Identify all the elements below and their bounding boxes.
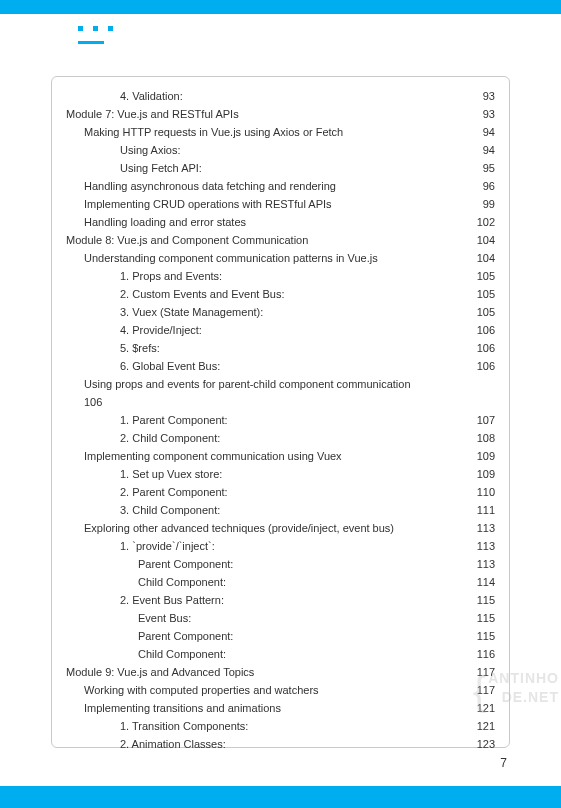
toc-page: 102 — [465, 217, 495, 228]
watermark: { ANTINHO DE.NET — [488, 669, 559, 708]
toc-row[interactable]: Handling asynchronous data fetching and … — [66, 177, 495, 195]
dot-icon — [108, 26, 113, 31]
toc-page: 93 — [465, 91, 495, 102]
toc-label: 106 — [66, 397, 465, 408]
toc-page: 105 — [465, 271, 495, 282]
toc-label: Handling loading and error states — [66, 217, 465, 228]
toc-label: Handling asynchronous data fetching and … — [66, 181, 465, 192]
top-accent-bar — [0, 0, 561, 14]
toc-label: 4. Provide/Inject: — [66, 325, 465, 336]
toc-page: 96 — [465, 181, 495, 192]
toc-page: 113 — [465, 559, 495, 570]
toc-row[interactable]: Implementing component communication usi… — [66, 447, 495, 465]
brace-icon: { — [473, 663, 487, 719]
dot-icon — [78, 26, 83, 31]
toc-label: Event Bus: — [66, 613, 465, 624]
toc-label: 5. $refs: — [66, 343, 465, 354]
toc-row[interactable]: 4. Provide/Inject:106 — [66, 321, 495, 339]
header-underline — [78, 41, 104, 44]
toc-label: 6. Global Event Bus: — [66, 361, 465, 372]
toc-row[interactable]: 3. Child Component:111 — [66, 501, 495, 519]
toc-row[interactable]: Making HTTP requests in Vue.js using Axi… — [66, 123, 495, 141]
toc-row[interactable]: 2. Animation Classes:123 — [66, 735, 495, 753]
toc-page: 95 — [465, 163, 495, 174]
header-dots — [78, 26, 561, 31]
toc-row[interactable]: Understanding component communication pa… — [66, 249, 495, 267]
toc-row[interactable]: Parent Component:115 — [66, 627, 495, 645]
toc-row[interactable]: Exploring other advanced techniques (pro… — [66, 519, 495, 537]
toc-page: 108 — [465, 433, 495, 444]
toc-page: 114 — [465, 577, 495, 588]
toc-row[interactable]: Implementing transitions and animations1… — [66, 699, 495, 717]
toc-page: 105 — [465, 289, 495, 300]
toc-label: Implementing CRUD operations with RESTfu… — [66, 199, 465, 210]
bottom-accent-bar — [0, 786, 561, 808]
toc-row[interactable]: 106 — [66, 393, 495, 411]
toc-label: Implementing component communication usi… — [66, 451, 465, 462]
toc-page: 111 — [465, 505, 495, 516]
toc-row[interactable]: Module 8: Vue.js and Component Communica… — [66, 231, 495, 249]
toc-row[interactable]: 6. Global Event Bus:106 — [66, 357, 495, 375]
toc-row[interactable]: Event Bus:115 — [66, 609, 495, 627]
toc-row[interactable]: Module 7: Vue.js and RESTful APIs93 — [66, 105, 495, 123]
toc-label: 2. Event Bus Pattern: — [66, 595, 465, 606]
toc-row[interactable]: 4. Validation:93 — [66, 87, 495, 105]
toc-row[interactable]: Using Fetch API:95 — [66, 159, 495, 177]
toc-page: 93 — [465, 109, 495, 120]
toc-label: Module 9: Vue.js and Advanced Topics — [66, 667, 465, 678]
toc-label: Exploring other advanced techniques (pro… — [66, 523, 465, 534]
toc-row[interactable]: 1. Set up Vuex store:109 — [66, 465, 495, 483]
toc-page: 104 — [465, 253, 495, 264]
toc-row[interactable]: 2. Child Component:108 — [66, 429, 495, 447]
toc-page: 116 — [465, 649, 495, 660]
toc-page: 115 — [465, 613, 495, 624]
toc-row[interactable]: Working with computed properties and wat… — [66, 681, 495, 699]
toc-label: 2. Parent Component: — [66, 487, 465, 498]
toc-row[interactable]: 3. Vuex (State Management):105 — [66, 303, 495, 321]
toc-page: 106 — [465, 325, 495, 336]
toc-row[interactable]: 2. Parent Component:110 — [66, 483, 495, 501]
watermark-line2: DE.NET — [488, 688, 559, 708]
toc-label: Implementing transitions and animations — [66, 703, 465, 714]
toc-row[interactable]: Using Axios:94 — [66, 141, 495, 159]
dot-icon — [93, 26, 98, 31]
toc-row[interactable]: 1. Transition Components:121 — [66, 717, 495, 735]
toc-label: 3. Vuex (State Management): — [66, 307, 465, 318]
toc-row[interactable]: Handling loading and error states102 — [66, 213, 495, 231]
toc-label: 2. Child Component: — [66, 433, 465, 444]
toc-label: Using Axios: — [66, 145, 465, 156]
toc-row[interactable]: 1. Props and Events:105 — [66, 267, 495, 285]
toc-page: 109 — [465, 469, 495, 480]
toc-row[interactable]: Child Component:114 — [66, 573, 495, 591]
toc-page: 99 — [465, 199, 495, 210]
toc-label: 4. Validation: — [66, 91, 465, 102]
toc-page: 105 — [465, 307, 495, 318]
toc-row[interactable]: Module 9: Vue.js and Advanced Topics117 — [66, 663, 495, 681]
toc-label: Module 7: Vue.js and RESTful APIs — [66, 109, 465, 120]
toc-page: 106 — [465, 361, 495, 372]
toc-row[interactable]: Parent Component:113 — [66, 555, 495, 573]
toc-row[interactable]: 1. `provide`/`inject`:113 — [66, 537, 495, 555]
toc-row[interactable]: 2. Event Bus Pattern:115 — [66, 591, 495, 609]
toc-page: 121 — [465, 721, 495, 732]
toc-page: 107 — [465, 415, 495, 426]
toc-row[interactable]: Child Component:116 — [66, 645, 495, 663]
toc-label: Understanding component communication pa… — [66, 253, 465, 264]
watermark-line1: ANTINHO — [488, 669, 559, 689]
toc-label: Child Component: — [66, 577, 465, 588]
toc-row[interactable]: Implementing CRUD operations with RESTfu… — [66, 195, 495, 213]
toc-row[interactable]: 5. $refs:106 — [66, 339, 495, 357]
toc-row[interactable]: 2. Custom Events and Event Bus:105 — [66, 285, 495, 303]
toc-row[interactable]: 1. Parent Component:107 — [66, 411, 495, 429]
toc-label: Child Component: — [66, 649, 465, 660]
toc-page: 110 — [465, 487, 495, 498]
toc-page: 94 — [465, 145, 495, 156]
page-number: 7 — [500, 756, 507, 770]
toc-page: 106 — [465, 343, 495, 354]
toc-row[interactable]: Using props and events for parent-child … — [66, 375, 495, 393]
toc-page: 113 — [465, 541, 495, 552]
table-of-contents: 4. Validation:93Module 7: Vue.js and RES… — [51, 76, 510, 748]
toc-page: 115 — [465, 595, 495, 606]
toc-label: 1. Parent Component: — [66, 415, 465, 426]
toc-label: 1. Set up Vuex store: — [66, 469, 465, 480]
